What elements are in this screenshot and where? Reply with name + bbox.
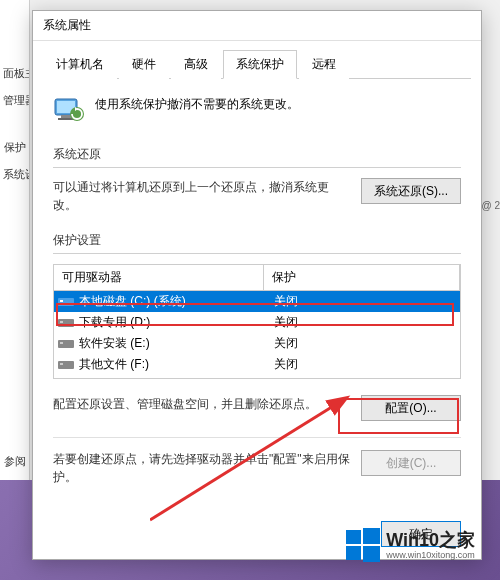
watermark-title: Win10之家 [386, 531, 475, 549]
system-protection-icon [53, 94, 85, 126]
bg-item: 管理器 [0, 87, 29, 114]
tab-hardware[interactable]: 硬件 [119, 50, 169, 79]
drive-name: 软件安装 (E:) [79, 335, 274, 352]
bg-item: 面板主 [0, 60, 29, 87]
intro-text: 使用系统保护撤消不需要的系统更改。 [95, 94, 299, 113]
drive-icon [58, 296, 74, 308]
create-description: 若要创建还原点，请先选择驱动器并单击"配置"来启用保护。 [53, 450, 351, 486]
drive-name: 其他文件 (F:) [79, 356, 274, 373]
header-protection: 保护 [264, 265, 460, 290]
create-button: 创建(C)... [361, 450, 461, 476]
svg-rect-2 [61, 115, 71, 118]
configure-description: 配置还原设置、管理磁盘空间，并且删除还原点。 [53, 395, 351, 413]
drive-list: 可用驱动器 保护 本地磁盘 (C:) (系统) 关闭 下载专用 (D:) 关闭 [53, 264, 461, 379]
drive-name: 下载专用 (D:) [79, 314, 274, 331]
drive-status: 关闭 [274, 293, 456, 310]
tab-advanced[interactable]: 高级 [171, 50, 221, 79]
drive-status: 关闭 [274, 314, 456, 331]
intro-row: 使用系统保护撤消不需要的系统更改。 [53, 94, 461, 126]
svg-rect-15 [363, 528, 380, 544]
drive-icon [58, 317, 74, 329]
drive-row-e[interactable]: 软件安装 (E:) 关闭 [54, 333, 460, 354]
section-title-restore: 系统还原 [53, 146, 461, 168]
svg-rect-14 [346, 530, 361, 544]
watermark: Win10之家 www.win10xitong.com [346, 528, 475, 562]
section-system-restore: 系统还原 可以通过将计算机还原到上一个还原点，撤消系统更改。 系统还原(S)..… [53, 146, 461, 214]
drive-name: 本地磁盘 (C:) (系统) [79, 293, 274, 310]
drive-status: 关闭 [274, 356, 456, 373]
restore-description: 可以通过将计算机还原到上一个还原点，撤消系统更改。 [53, 178, 351, 214]
svg-rect-8 [60, 321, 63, 323]
drive-status: 关闭 [274, 335, 456, 352]
titlebar: 系统属性 [33, 11, 481, 41]
drive-icon [58, 359, 74, 371]
tab-system-protection[interactable]: 系统保护 [223, 50, 297, 79]
tab-strip: 计算机名 硬件 高级 系统保护 远程 [43, 49, 471, 79]
watermark-url: www.win10xitong.com [386, 551, 475, 560]
configure-button[interactable]: 配置(O)... [361, 395, 461, 421]
drive-row-c[interactable]: 本地磁盘 (C:) (系统) 关闭 [54, 291, 460, 312]
dialog-title: 系统属性 [43, 17, 91, 34]
tab-content: 使用系统保护撤消不需要的系统更改。 系统还原 可以通过将计算机还原到上一个还原点… [33, 79, 481, 519]
header-drives: 可用驱动器 [54, 265, 264, 290]
svg-rect-12 [60, 363, 63, 365]
section-protection-settings: 保护设置 可用驱动器 保护 本地磁盘 (C:) (系统) 关闭 下载专用 (D:… [53, 232, 461, 486]
drive-list-body[interactable]: 本地磁盘 (C:) (系统) 关闭 下载专用 (D:) 关闭 软件安装 (E:)… [53, 291, 461, 379]
windows-logo-icon [346, 528, 380, 562]
svg-rect-6 [60, 300, 63, 302]
svg-rect-17 [363, 546, 380, 562]
system-properties-dialog: 系统属性 计算机名 硬件 高级 系统保护 远程 使用系统保护撤消不需要的系统更改… [32, 10, 482, 560]
svg-rect-16 [346, 546, 361, 560]
bg-item: 系统设 [0, 161, 29, 188]
system-restore-button[interactable]: 系统还原(S)... [361, 178, 461, 204]
drive-row-f[interactable]: 其他文件 (F:) 关闭 [54, 354, 460, 375]
bg-item: 保护 [0, 134, 29, 161]
tab-remote[interactable]: 远程 [299, 50, 349, 79]
section-title-protect: 保护设置 [53, 232, 461, 254]
drive-row-d[interactable]: 下载专用 (D:) 关闭 [54, 312, 460, 333]
svg-rect-10 [60, 342, 63, 344]
bg-item: 参阅 [0, 448, 29, 475]
tab-computer-name[interactable]: 计算机名 [43, 50, 117, 79]
drive-icon [58, 338, 74, 350]
